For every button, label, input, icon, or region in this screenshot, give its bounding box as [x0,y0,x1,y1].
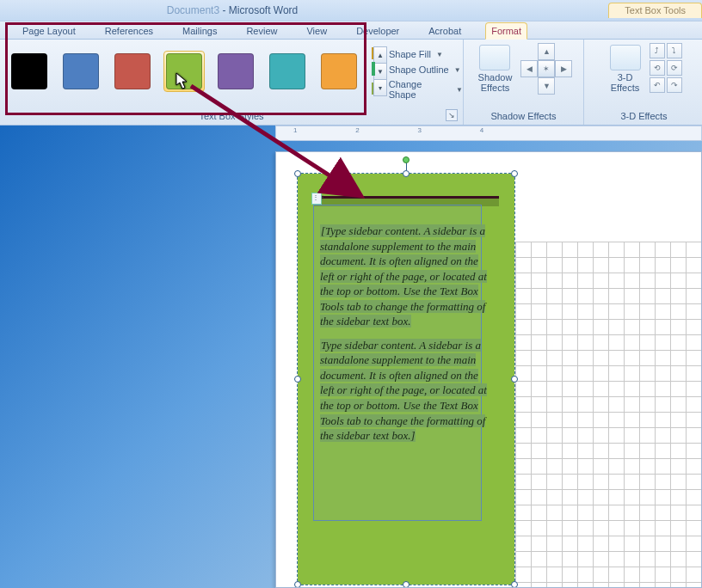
shape-fill-label: Shape Fill [389,49,431,59]
tilt-up[interactable]: ⤴ [650,43,665,58]
ruler-mark: 2 [355,126,416,134]
styles-dialog-launcher[interactable]: ↘ [446,109,458,121]
resize-handle-tm[interactable] [403,170,410,177]
chevron-down-icon: ▼ [436,51,443,58]
sidebar-paragraph-2: Type sidebar content. A sidebar is a sta… [320,339,487,442]
three-d-rotate-grid: ⤴⤵ ⟲⟳ ↶↷ [650,43,682,93]
shape-tools: Shape Fill ▼ Shape Outline ▼ Change Shap… [372,46,463,101]
gridlines [515,242,701,587]
document-name: Document3 [167,4,219,16]
style-swatch-purple[interactable] [218,53,254,89]
sidebar-paragraph-1: [Type sidebar content. A sidebar is a st… [320,224,487,328]
three-d-button-label: 3-D Effects [611,72,639,93]
tab-format[interactable]: Format [485,22,527,40]
style-swatch-red[interactable] [114,53,151,89]
resize-handle-tr[interactable] [511,170,518,177]
ribbon-body: ▲ ▼ ▾ Shape Fill ▼ Shape Outline ▼ Chang… [0,40,702,126]
change-shape-button[interactable]: Change Shape ▼ [372,77,463,101]
change-shape-icon [372,83,385,95]
tab-review[interactable]: Review [241,23,282,39]
resize-handle-bl[interactable] [294,581,301,588]
chevron-down-icon: ▼ [456,86,463,94]
nudge-down[interactable]: ▼ [538,77,555,95]
title-bar: Document3 - Microsoft Word Text Box Tool… [0,0,702,21]
resize-handle-tl[interactable] [294,170,301,177]
shadow-effects-button-label: Shadow Effects [478,72,513,93]
rotate-left[interactable]: ↶ [650,77,665,93]
shape-outline-button[interactable]: Shape Outline ▼ [372,62,463,77]
shape-outline-label: Shape Outline [389,64,449,75]
shadow-icon [479,45,510,70]
nudge-left[interactable]: ◀ [520,60,538,77]
ribbon-tabs: Page Layout References Mailings Review V… [0,21,702,40]
no-shadow[interactable]: ✶ [538,60,555,77]
text-box-selection[interactable]: ⋮⋮ [Type sidebar content. A sidebar is a… [297,173,515,585]
resize-handle-br[interactable] [511,581,518,588]
nudge-up[interactable]: ▲ [538,43,555,60]
text-box-content[interactable]: [Type sidebar content. A sidebar is a st… [320,224,492,452]
styles-group-label: Text Box Styles [0,111,463,121]
three-d-effects-group: 3-D Effects ⤴⤵ ⟲⟳ ↶↷ 3-D Effects [583,40,702,125]
three-d-effects-button[interactable]: 3-D Effects [607,43,644,95]
tilt-right[interactable]: ⟳ [667,60,682,76]
tab-page-layout[interactable]: Page Layout [17,23,81,39]
pencil-outline-icon [372,64,385,76]
rotate-right[interactable]: ↷ [667,77,682,93]
change-shape-label: Change Shape [389,79,451,100]
app-name: Microsoft Word [229,4,298,16]
shadow-effects-group: Shadow Effects ▲ ◀✶▶ ▼ Shadow Effects [463,40,583,125]
text-box-styles-group: ▲ ▼ ▾ Shape Fill ▼ Shape Outline ▼ Chang… [0,40,463,125]
tab-acrobat[interactable]: Acrobat [423,23,466,39]
shadow-nudge-grid: ▲ ◀✶▶ ▼ [520,43,572,95]
resize-handle-ml[interactable] [294,376,301,383]
resize-handle-bm[interactable] [403,581,410,588]
page[interactable]: ⋮⋮ [Type sidebar content. A sidebar is a… [275,151,702,588]
shadow-group-label: Shadow Effects [464,107,583,121]
three-d-group-label: 3-D Effects [584,107,702,121]
tab-references[interactable]: References [100,23,158,39]
window-title: Document3 - Microsoft Word [0,4,465,16]
contextual-tab-group: Text Box Tools [608,3,702,18]
move-grip-icon[interactable]: ⋮⋮ [311,193,322,205]
cube-icon [610,45,641,70]
style-swatch-teal[interactable] [269,53,305,89]
style-swatch-orange[interactable] [321,53,357,89]
tab-mailings[interactable]: Mailings [177,23,222,39]
tab-developer[interactable]: Developer [351,23,404,39]
style-swatch-black[interactable] [11,53,47,89]
nudge-right[interactable]: ▶ [555,60,572,77]
chevron-down-icon: ▼ [454,66,461,74]
tilt-left[interactable]: ⟲ [650,60,665,76]
rotation-handle[interactable] [403,156,410,163]
ruler-mark: 1 [293,126,354,134]
ruler-mark: 4 [480,126,540,134]
tilt-down[interactable]: ⤵ [667,43,682,58]
style-swatch-blue[interactable] [63,53,99,89]
horizontal-ruler[interactable]: 1 2 3 4 [275,126,702,141]
shape-fill-button[interactable]: Shape Fill ▼ [372,46,463,62]
bucket-icon [372,48,385,60]
style-swatch-olive-green[interactable] [166,53,202,89]
resize-handle-mr[interactable] [511,376,518,383]
tab-view[interactable]: View [301,23,332,39]
shadow-effects-button[interactable]: Shadow Effects [475,43,516,95]
ruler-mark: 3 [417,126,477,134]
